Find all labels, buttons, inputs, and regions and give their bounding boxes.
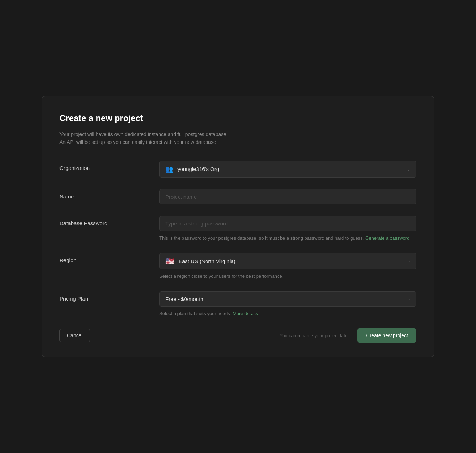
password-hint: This is the password to your postgres da… (159, 235, 416, 242)
modal-footer: Cancel You can rename your project later… (59, 328, 416, 343)
region-select-wrapper: 🇺🇸 East US (North Virginia) ⌄ (159, 253, 416, 269)
generate-password-link[interactable]: Generate a password (365, 235, 409, 241)
region-chevron-icon: ⌄ (407, 259, 410, 264)
pricing-hint-text: Select a plan that suits your needs. (159, 311, 231, 316)
organization-label: Organization (59, 161, 159, 171)
pricing-chevron-icon: ⌄ (407, 296, 410, 301)
pricing-value: Free - $0/month (165, 296, 203, 302)
password-input[interactable] (159, 216, 416, 231)
organization-select-wrapper: 👥 youngle316's Org ⌄ (159, 161, 416, 178)
cancel-button[interactable]: Cancel (59, 329, 90, 342)
pricing-hint: Select a plan that suits your needs. Mor… (159, 310, 416, 317)
name-field (159, 189, 416, 204)
organization-field: 👥 youngle316's Org ⌄ (159, 161, 416, 178)
name-label: Name (59, 189, 159, 199)
region-row: Region 🇺🇸 East US (North Virginia) ⌄ Sel… (59, 253, 416, 280)
chevron-down-icon: ⌄ (407, 167, 410, 172)
rename-hint: You can rename your project later (280, 333, 349, 338)
pricing-field: Free - $0/month ⌄ Select a plan that sui… (159, 291, 416, 317)
pricing-select[interactable]: Free - $0/month ⌄ (159, 291, 416, 307)
password-row: Database Password This is the password t… (59, 216, 416, 242)
description-line1: Your project will have its own dedicated… (59, 131, 228, 137)
region-field: 🇺🇸 East US (North Virginia) ⌄ Select a r… (159, 253, 416, 280)
pricing-select-wrapper: Free - $0/month ⌄ (159, 291, 416, 307)
region-label: Region (59, 253, 159, 263)
region-hint: Select a region close to your users for … (159, 273, 416, 280)
organization-value: youngle316's Org (177, 166, 219, 172)
password-label: Database Password (59, 216, 159, 226)
description-line2: An API will be set up so you can easily … (59, 139, 218, 145)
modal-title: Create a new project (59, 113, 416, 123)
footer-right: You can rename your project later Create… (280, 328, 416, 343)
org-icon: 👥 (165, 165, 173, 173)
us-flag-icon: 🇺🇸 (165, 257, 174, 265)
name-row: Name (59, 189, 416, 204)
region-select[interactable]: 🇺🇸 East US (North Virginia) ⌄ (159, 253, 416, 269)
create-project-button[interactable]: Create new project (357, 328, 416, 343)
password-field: This is the password to your postgres da… (159, 216, 416, 242)
modal-description: Your project will have its own dedicated… (59, 130, 416, 146)
password-hint-text: This is the password to your postgres da… (159, 235, 364, 241)
pricing-row: Pricing Plan Free - $0/month ⌄ Select a … (59, 291, 416, 317)
pricing-label: Pricing Plan (59, 291, 159, 302)
organization-select[interactable]: 👥 youngle316's Org ⌄ (159, 161, 416, 178)
create-project-modal: Create a new project Your project will h… (42, 96, 434, 357)
region-value: East US (North Virginia) (178, 258, 236, 264)
pricing-more-details-link[interactable]: More details (233, 311, 258, 316)
project-name-input[interactable] (159, 189, 416, 204)
organization-row: Organization 👥 youngle316's Org ⌄ (59, 161, 416, 178)
